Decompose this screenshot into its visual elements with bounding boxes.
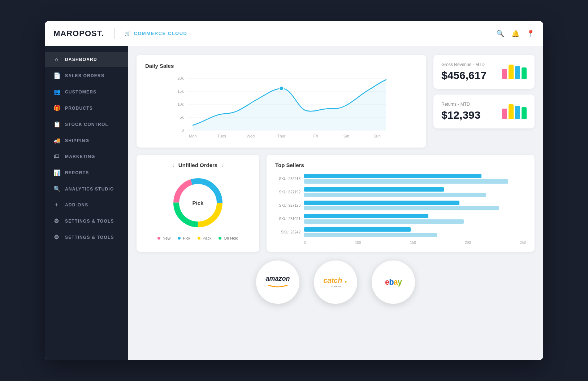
sidebar-item-addons[interactable]: + ADD-ONS — [45, 197, 128, 213]
bar-row-3: SKU: 927123 — [275, 201, 526, 210]
sidebar-item-sales-orders[interactable]: 📄 SALES ORDERS — [45, 68, 128, 83]
reports-icon: 📊 — [53, 169, 60, 176]
bell-icon[interactable]: 🔔 — [511, 30, 519, 38]
ret-bar-1 — [502, 109, 507, 119]
svg-text:Wed: Wed — [247, 134, 255, 138]
top-sellers-card: Top Sellers SKU: 282918 SKU: 827192 — [267, 155, 535, 252]
legend-label-new: New — [163, 236, 170, 240]
bar-light-5 — [304, 233, 437, 237]
bar-solid-5 — [304, 227, 411, 232]
header-icons: 🔍 🔔 📍 — [496, 30, 535, 38]
legend-label-pack: Pack — [203, 236, 211, 240]
svg-text:15k: 15k — [177, 89, 184, 93]
svg-text:5k: 5k — [180, 115, 184, 119]
settings2-icon: ⚙ — [53, 234, 60, 241]
ret-bar-2 — [509, 104, 514, 119]
x-label-0: 0 — [304, 241, 306, 245]
bar-label-5: SKU: 23242 — [275, 230, 301, 234]
sidebar-item-settings1[interactable]: ⚙ SETTINGS & TOOLS — [45, 213, 128, 229]
body: ⌂ DASHBOARD 📄 SALES ORDERS 👥 CUSTOMERS 🎁… — [45, 46, 543, 360]
daily-sales-title: Daily Sales — [145, 63, 418, 69]
gross-revenue-label: Gross Revenue - MTD — [441, 62, 487, 67]
sidebar-item-stock-control[interactable]: 📋 STOCK CONTROL — [45, 117, 128, 132]
customers-icon: 👥 — [53, 88, 60, 95]
sidebar-label-shipping: SHIPPING — [65, 138, 89, 143]
document-icon: 📄 — [53, 72, 60, 79]
sidebar-label-addons: ADD-ONS — [65, 202, 88, 207]
returns-info: Returns - MTD $12,393 — [441, 102, 480, 121]
svg-text:Thur: Thur — [277, 134, 286, 138]
right-stats: Gross Revenue - MTD $456,617 Returns — [433, 55, 535, 148]
sidebar-item-dashboard[interactable]: ⌂ DASHBOARD — [45, 52, 128, 67]
unfilled-orders-card: ‹ Unfilled Orders › Pick — [137, 155, 259, 252]
top-sellers-title: Top Sellers — [275, 162, 526, 168]
sidebar-item-analytics[interactable]: 🔍 ANALYTICS STUDIO — [45, 181, 128, 197]
sidebar-label-reports: REPORTS — [65, 170, 89, 175]
legend-dot-pick — [178, 237, 181, 240]
legend-pack: Pack — [198, 236, 211, 240]
stock-icon: 📋 — [53, 121, 60, 128]
returns-chart — [502, 104, 527, 119]
gr-bar-1 — [502, 69, 507, 79]
settings1-icon: ⚙ — [53, 218, 60, 224]
gr-bar-3 — [515, 66, 520, 79]
legend-dot-pack — [198, 237, 200, 240]
gross-revenue-card: Gross Revenue - MTD $456,617 — [433, 55, 535, 89]
sidebar-item-settings2[interactable]: ⚙ SETTINGS & TOOLS — [45, 229, 128, 245]
brand-icon: 🛒 — [125, 31, 131, 36]
logo-text: MAROPOST. — [53, 29, 104, 38]
sidebar-label-analytics: ANALYTICS STUDIO — [65, 187, 114, 192]
sidebar-label-stock-control: STOCK CONTROL — [65, 122, 108, 127]
bar-group-1 — [304, 174, 526, 184]
location-icon[interactable]: 📍 — [527, 30, 535, 38]
unfilled-title: Unfilled Orders — [178, 162, 217, 168]
donut-center-label: Pick — [193, 200, 204, 206]
ebay-channel[interactable]: ebay — [372, 260, 415, 304]
row-1: Daily Sales 20k 15k 10k — [137, 55, 535, 148]
bar-solid-3 — [304, 201, 459, 205]
sidebar-item-shipping[interactable]: 🚚 SHIPPING — [45, 133, 128, 148]
legend-dot-onhold — [219, 237, 221, 240]
bar-solid-4 — [304, 214, 428, 218]
sidebar-item-products[interactable]: 🎁 PRODUCTS — [45, 100, 128, 116]
app-window: MAROPOST. 🛒 COMMERCE CLOUD 🔍 🔔 📍 ⌂ DASHB… — [45, 21, 543, 360]
sidebar-item-customers[interactable]: 👥 CUSTOMERS — [45, 84, 128, 100]
marketing-icon: 🏷 — [53, 153, 60, 160]
legend-label-pick: Pick — [183, 236, 190, 240]
sidebar-item-reports[interactable]: 📊 REPORTS — [45, 165, 128, 180]
donut-legend: New Pick Pack On Hold — [145, 236, 251, 240]
svg-text:Tues: Tues — [217, 134, 226, 138]
products-icon: 🎁 — [53, 105, 60, 111]
catch-logo: catch ► .com.au — [323, 276, 348, 288]
bar-row-5: SKU: 23242 — [275, 227, 526, 237]
search-icon[interactable]: 🔍 — [496, 30, 504, 38]
legend-new: New — [157, 236, 170, 240]
bar-row-2: SKU: 827192 — [275, 187, 526, 197]
ret-bar-4 — [522, 107, 527, 119]
svg-text:10k: 10k — [177, 102, 184, 106]
bar-chart-x-axis: 0 100 150 200 250 — [275, 241, 526, 245]
sidebar-item-marketing[interactable]: 🏷 MARKETING — [45, 149, 128, 164]
returns-label: Returns - MTD — [441, 102, 480, 107]
daily-sales-card: Daily Sales 20k 15k 10k — [137, 55, 426, 148]
svg-text:Mon: Mon — [189, 134, 196, 138]
bar-label-4: SKU: 281021 — [275, 217, 301, 221]
bar-group-3 — [304, 201, 526, 210]
catch-channel[interactable]: catch ► .com.au — [314, 260, 357, 304]
logo-area: MAROPOST. 🛒 COMMERCE CLOUD — [53, 28, 187, 39]
x-label-200: 200 — [465, 241, 471, 245]
amazon-channel[interactable]: amazon — [256, 260, 299, 304]
unfilled-prev[interactable]: ‹ — [172, 162, 174, 168]
gross-revenue-value: $456,617 — [441, 69, 487, 82]
line-chart: 20k 15k 10k 5k 0 Mon — [145, 75, 418, 140]
brand-area: 🛒 COMMERCE CLOUD — [125, 31, 187, 36]
x-label-100: 100 — [355, 241, 361, 245]
bar-light-1 — [304, 179, 508, 184]
unfilled-next[interactable]: › — [222, 162, 224, 168]
sidebar-label-settings1: SETTINGS & TOOLS — [65, 219, 114, 224]
bar-light-4 — [304, 219, 464, 224]
returns-card: Returns - MTD $12,393 — [433, 95, 535, 128]
sidebar-label-customers: CUSTOMERS — [65, 89, 96, 95]
shipping-icon: 🚚 — [53, 137, 60, 144]
bar-group-4 — [304, 214, 526, 224]
